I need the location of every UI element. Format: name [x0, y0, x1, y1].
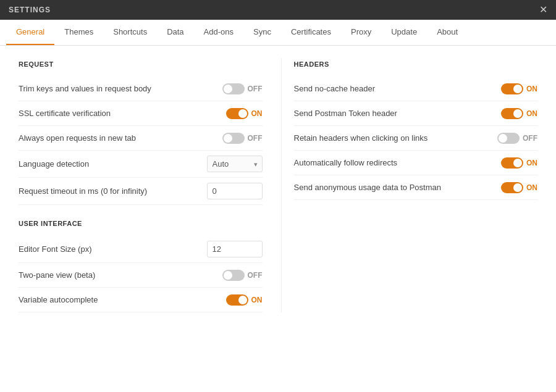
toggle-track[interactable]: [222, 270, 245, 281]
window-title: SETTINGS: [9, 6, 51, 14]
setting-row-no-cache-header: Send no-cache header ON: [294, 77, 538, 101]
toggle-knob: [499, 134, 507, 143]
tab-sync[interactable]: Sync: [243, 20, 281, 45]
ui-section-title: USER INTERFACE: [19, 220, 263, 227]
select-wrapper[interactable]: Auto English French: [207, 156, 263, 172]
right-column: HEADERS Send no-cache header ON Send Pos…: [281, 58, 538, 312]
tab-data[interactable]: Data: [157, 20, 193, 45]
toggle-control[interactable]: OFF: [222, 270, 263, 281]
toggle-knob: [224, 134, 232, 143]
toggle-label: ON: [526, 85, 537, 93]
setting-label-request-timeout: Request timeout in ms (0 for infinity): [19, 186, 207, 196]
setting-label-open-new-tab: Always open requests in new tab: [19, 133, 222, 143]
toggle-track[interactable]: [222, 133, 245, 144]
toggle-knob: [224, 271, 232, 280]
toggle-label: ON: [526, 159, 537, 167]
headers-rows: Send no-cache header ON Send Postman Tok…: [294, 77, 538, 200]
toggle-knob: [513, 183, 522, 192]
setting-row-trim-keys: Trim keys and values in request body OFF: [19, 77, 263, 101]
toggle-label: OFF: [523, 134, 537, 143]
tab-update[interactable]: Update: [381, 20, 427, 45]
language-select[interactable]: Auto English French: [207, 156, 263, 172]
setting-label-ssl-verify: SSL certificate verification: [19, 109, 226, 118]
toggle-control[interactable]: OFF: [222, 83, 263, 94]
toggle-label: OFF: [248, 134, 263, 143]
toggle-label: OFF: [248, 85, 263, 93]
ui-rows: Editor Font Size (px) Two-pane view (bet…: [19, 236, 263, 312]
toggle-control[interactable]: ON: [501, 83, 537, 94]
toggle-track[interactable]: [226, 108, 248, 119]
tab-general[interactable]: General: [6, 20, 54, 45]
setting-row-follow-redirects: Automatically follow redirects ON: [294, 151, 538, 175]
toggle-control[interactable]: OFF: [497, 133, 537, 144]
setting-label-trim-keys: Trim keys and values in request body: [19, 84, 222, 93]
toggle-label: OFF: [248, 271, 263, 280]
left-column: REQUEST Trim keys and values in request …: [19, 58, 281, 312]
toggle-control[interactable]: OFF: [222, 133, 263, 144]
setting-row-request-timeout: Request timeout in ms (0 for infinity): [19, 178, 263, 205]
setting-row-two-pane-view: Two-pane view (beta) OFF: [19, 263, 263, 288]
toggle-track[interactable]: [501, 182, 523, 193]
toggle-track[interactable]: [497, 133, 520, 144]
request-section-title: REQUEST: [19, 60, 263, 68]
toggle-track[interactable]: [222, 83, 245, 94]
tab-shortcuts[interactable]: Shortcuts: [103, 20, 157, 45]
tabs-bar: GeneralThemesShortcutsDataAdd-onsSyncCer…: [0, 20, 556, 46]
tab-addons[interactable]: Add-ons: [194, 20, 243, 45]
toggle-knob: [224, 85, 232, 93]
setting-label-language-detection: Language detection: [19, 159, 207, 169]
tab-certificates[interactable]: Certificates: [281, 20, 341, 45]
toggle-control[interactable]: ON: [501, 182, 537, 193]
setting-label-postman-token-header: Send Postman Token header: [294, 109, 502, 118]
tab-about[interactable]: About: [427, 20, 468, 45]
setting-row-anonymous-usage: Send anonymous usage data to Postman ON: [294, 175, 538, 200]
setting-label-variable-autocomplete: Variable autocomplete: [19, 295, 226, 304]
toggle-label: ON: [251, 296, 263, 304]
toggle-knob: [238, 296, 247, 304]
tab-themes[interactable]: Themes: [54, 20, 103, 45]
setting-label-two-pane-view: Two-pane view (beta): [19, 270, 222, 280]
toggle-knob: [513, 109, 522, 118]
toggle-track[interactable]: [226, 294, 248, 306]
headers-section-title: HEADERS: [294, 60, 538, 68]
toggle-knob: [513, 85, 522, 93]
setting-row-language-detection: Language detection Auto English French: [19, 151, 263, 178]
setting-label-retain-headers: Retain headers when clicking on links: [294, 133, 498, 143]
number-input[interactable]: [207, 183, 263, 199]
setting-label-no-cache-header: Send no-cache header: [294, 84, 502, 93]
setting-row-variable-autocomplete: Variable autocomplete ON: [19, 288, 263, 312]
toggle-knob: [238, 109, 247, 118]
toggle-knob: [513, 159, 522, 167]
toggle-control[interactable]: ON: [226, 294, 263, 306]
toggle-label: ON: [526, 183, 537, 192]
setting-row-postman-token-header: Send Postman Token header ON: [294, 101, 538, 126]
setting-label-anonymous-usage: Send anonymous usage data to Postman: [294, 183, 502, 192]
number-input[interactable]: [207, 241, 263, 257]
tab-proxy[interactable]: Proxy: [341, 20, 381, 45]
toggle-label: ON: [251, 109, 263, 118]
setting-row-retain-headers: Retain headers when clicking on links OF…: [294, 126, 538, 151]
toggle-track[interactable]: [501, 83, 523, 94]
settings-columns: REQUEST Trim keys and values in request …: [19, 58, 537, 312]
close-button[interactable]: ✕: [539, 5, 547, 15]
toggle-track[interactable]: [501, 108, 523, 119]
setting-row-open-new-tab: Always open requests in new tab OFF: [19, 126, 263, 151]
setting-row-ssl-verify: SSL certificate verification ON: [19, 101, 263, 126]
setting-label-editor-font-size: Editor Font Size (px): [19, 244, 207, 254]
request-rows: Trim keys and values in request body OFF…: [19, 77, 263, 205]
setting-label-follow-redirects: Automatically follow redirects: [294, 158, 502, 167]
settings-content: REQUEST Trim keys and values in request …: [0, 46, 556, 392]
setting-row-editor-font-size: Editor Font Size (px): [19, 236, 263, 263]
toggle-label: ON: [526, 109, 537, 118]
titlebar: SETTINGS ✕: [0, 0, 556, 20]
toggle-control[interactable]: ON: [501, 157, 537, 169]
toggle-control[interactable]: ON: [501, 108, 537, 119]
toggle-track[interactable]: [501, 157, 523, 169]
toggle-control[interactable]: ON: [226, 108, 263, 119]
settings-window: SETTINGS ✕ GeneralThemesShortcutsDataAdd…: [0, 0, 556, 392]
